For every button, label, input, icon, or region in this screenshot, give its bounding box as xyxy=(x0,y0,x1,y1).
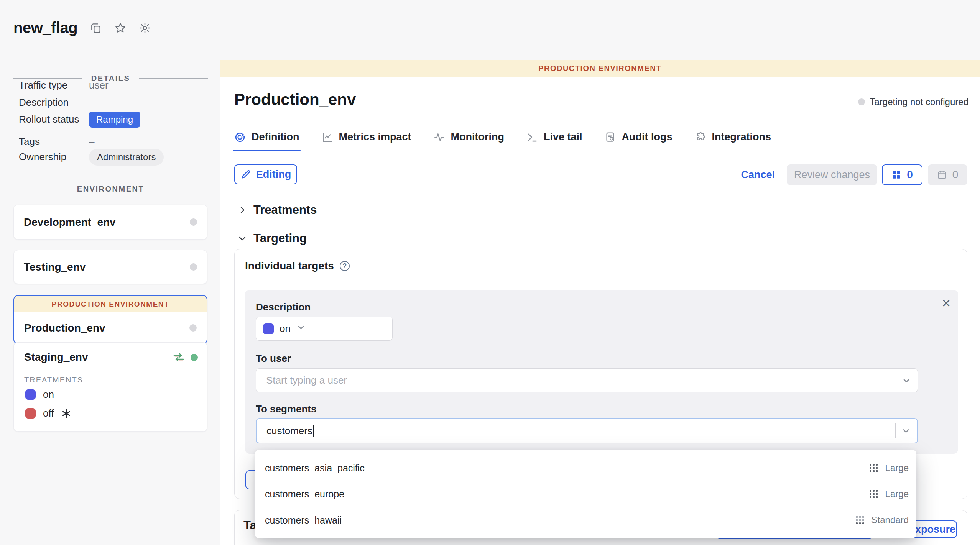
select-divider xyxy=(895,423,896,438)
detail-row-rollout-status: Rollout status Ramping xyxy=(19,113,79,125)
dots-grid-icon xyxy=(868,489,879,499)
page-title: Production_env xyxy=(234,90,356,109)
dots-grid-standard-icon xyxy=(855,515,865,525)
to-user-label: To user xyxy=(256,353,291,364)
env-card-production[interactable]: PRODUCTION ENVIRONMENT Production_env xyxy=(13,295,207,344)
tab-monitoring[interactable]: Monitoring xyxy=(434,131,504,151)
segment-option[interactable]: customers_europe Large xyxy=(255,481,916,507)
segment-name: customers_europe xyxy=(265,489,344,500)
treatment-color-swatch xyxy=(25,408,36,419)
text-caret xyxy=(313,425,314,437)
editing-button[interactable]: Editing xyxy=(234,164,297,184)
status-dot xyxy=(190,263,197,271)
status-dot xyxy=(858,98,865,105)
treatment-name: off xyxy=(43,407,54,419)
chevron-right-icon xyxy=(238,205,247,215)
tab-metrics-impact[interactable]: Metrics impact xyxy=(321,131,411,151)
entry-divider xyxy=(928,290,928,454)
rollout-status-badge: Ramping xyxy=(89,112,140,128)
segment-size-label: Standard xyxy=(871,515,909,525)
tab-bar: Definition Metrics impact Monitoring L xyxy=(234,131,771,151)
targeting-status-label: Targeting not configured xyxy=(870,97,968,107)
detail-label: Ownership xyxy=(19,151,66,163)
grid-icon xyxy=(891,170,901,180)
env-card-development[interactable]: Development_env xyxy=(13,205,207,240)
status-dot-active xyxy=(191,354,198,361)
segment-option[interactable]: customers_hawaii Standard xyxy=(255,507,916,533)
treatments-heading: TREATMENTS xyxy=(24,376,83,384)
environment-content: Production_env Targeting not configured … xyxy=(220,77,980,545)
treatments-section-title: Treatments xyxy=(253,203,317,217)
close-icon[interactable]: × xyxy=(942,296,950,310)
to-segments-label: To segments xyxy=(256,403,316,415)
chart-icon xyxy=(321,131,333,143)
document-search-icon xyxy=(605,131,616,143)
treatments-section-toggle[interactable]: Treatments xyxy=(238,203,317,217)
environment-heading: ENVIRONMENT xyxy=(13,185,208,194)
chevron-down-icon[interactable] xyxy=(296,323,306,332)
pending-changes-button[interactable]: 0 xyxy=(882,164,922,185)
scheduled-changes-count: 0 xyxy=(952,169,959,181)
divider-line xyxy=(153,189,208,189)
cancel-button[interactable]: Cancel xyxy=(741,169,775,181)
puzzle-icon xyxy=(695,131,706,143)
detail-row-ownership: Ownership Administrators xyxy=(19,151,66,163)
flag-header: new_flag xyxy=(13,19,151,36)
detail-value: user xyxy=(89,79,109,91)
copy-icon[interactable] xyxy=(90,22,102,34)
production-environment-banner: PRODUCTION ENVIRONMENT xyxy=(220,60,980,77)
individual-target-entry: × Description on To user Start typing a … xyxy=(245,290,958,454)
scheduled-changes-button[interactable]: 0 xyxy=(928,164,967,185)
main-panel: PRODUCTION ENVIRONMENT Production_env Ta… xyxy=(220,0,980,545)
treatment-on-row: on xyxy=(25,389,54,401)
segment-size-label: Large xyxy=(885,489,909,499)
description-label: Description xyxy=(256,301,311,313)
pending-changes-count: 0 xyxy=(907,169,913,181)
targeting-section-toggle[interactable]: Targeting xyxy=(238,231,307,245)
env-card-staging[interactable]: Staging_env TREATMENTS on off xyxy=(13,342,207,432)
detail-row-description: Description – xyxy=(19,97,69,108)
tab-integrations[interactable]: Integrations xyxy=(695,131,771,151)
segment-option[interactable]: customers_asia_pacific Large xyxy=(255,455,916,481)
detail-value: – xyxy=(89,136,94,148)
detail-label: Rollout status xyxy=(19,113,79,125)
segments-dropdown: customers_asia_pacific Large customers_e… xyxy=(255,450,916,538)
swap-arrows-icon xyxy=(173,352,185,362)
status-dot xyxy=(189,324,197,332)
treatment-color-swatch xyxy=(25,389,36,400)
tab-label: Metrics impact xyxy=(339,131,411,143)
tab-definition[interactable]: Definition xyxy=(234,131,299,151)
detail-label: Tags xyxy=(19,136,40,148)
detail-label: Traffic type xyxy=(19,79,67,91)
help-icon[interactable]: ? xyxy=(340,261,350,271)
to-segments-input[interactable]: customers xyxy=(256,418,918,443)
env-card-testing[interactable]: Testing_env xyxy=(13,250,207,284)
env-name: Testing_env xyxy=(24,261,86,273)
gear-icon[interactable] xyxy=(139,22,151,34)
treatment-select[interactable]: on xyxy=(256,317,393,341)
chevron-down-icon[interactable] xyxy=(901,426,911,435)
dots-grid-icon xyxy=(868,463,879,473)
detail-row-tags: Tags – xyxy=(19,136,40,148)
tab-label: Audit logs xyxy=(622,131,673,143)
ownership-pill[interactable]: Administrators xyxy=(89,149,164,166)
chevron-down-icon[interactable] xyxy=(902,376,911,385)
segment-size-label: Large xyxy=(885,463,909,473)
divider-line xyxy=(139,78,208,79)
tab-label: Integrations xyxy=(712,131,771,143)
status-dot xyxy=(190,218,197,226)
tab-live-tail[interactable]: Live tail xyxy=(526,131,582,151)
star-icon[interactable] xyxy=(114,22,127,34)
tab-label: Definition xyxy=(252,131,299,143)
sidebar: new_flag DETAILS Traffic type user Descr… xyxy=(0,0,220,545)
select-divider xyxy=(896,373,896,388)
review-changes-button[interactable]: Review changes xyxy=(787,164,877,185)
to-user-input[interactable]: Start typing a user xyxy=(256,368,918,392)
env-name: Staging_env xyxy=(24,351,88,363)
to-segments-value: customers xyxy=(266,425,312,437)
targeting-status: Targeting not configured xyxy=(858,97,968,107)
editing-label: Editing xyxy=(256,169,291,181)
tab-audit-logs[interactable]: Audit logs xyxy=(605,131,673,151)
env-name: Production_env xyxy=(24,322,105,334)
feature-flag-app: { "app": { "flag_name": "new_flag" }, "i… xyxy=(0,0,980,545)
